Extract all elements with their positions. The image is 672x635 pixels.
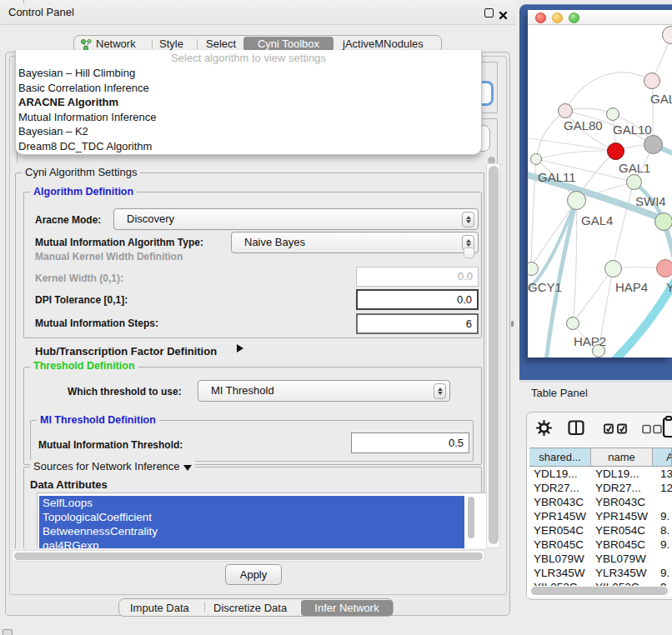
table-row[interactable]: YDL19...YDL19...13 xyxy=(529,467,672,481)
network-node-pink-right[interactable] xyxy=(656,259,672,278)
table-cell: 9. xyxy=(653,509,672,523)
network-node-GAL4[interactable] xyxy=(567,191,586,210)
table-header: shared... name A xyxy=(529,448,672,467)
table-row[interactable]: YPR145WYPR145W9. xyxy=(529,509,672,523)
mi-steps-field[interactable]: 6 xyxy=(356,313,479,334)
node-label: GAL7 xyxy=(650,92,672,106)
apply-button[interactable]: Apply xyxy=(225,564,282,585)
table-cell: YBR045C xyxy=(529,538,591,552)
aracne-mode-value: Discovery xyxy=(127,212,174,225)
tab-cyni-toolbox[interactable]: Cyni Toolbox xyxy=(243,37,333,51)
attributes-scrollbar[interactable] xyxy=(468,497,476,540)
sources-title[interactable]: Sources for Network Inference xyxy=(30,460,195,472)
network-node-gray-node[interactable] xyxy=(644,135,663,154)
node-label: SWI4 xyxy=(635,194,666,208)
close-icon[interactable] xyxy=(499,8,508,18)
mi-type-combobox[interactable]: Naive Bayes xyxy=(231,232,479,253)
algorithm-option[interactable]: Bayesian – Hill Climbing xyxy=(16,66,481,81)
select-all-icon[interactable] xyxy=(604,422,629,434)
tab-discretize-data[interactable]: Discretize Data xyxy=(213,600,287,616)
table-cell: YIL052C xyxy=(591,580,653,586)
manual-kernel-checkbox[interactable] xyxy=(464,248,474,258)
hub-definition-label[interactable]: Hub/Transcription Factor Definition xyxy=(35,345,217,358)
titlebar-notch xyxy=(23,0,24,3)
table-row[interactable]: YBL079WYBL079W xyxy=(529,552,672,566)
network-node-SWI4[interactable] xyxy=(654,212,672,231)
node-label: GAL80 xyxy=(564,118,603,132)
algorithm-option[interactable]: Mutual Information Inference xyxy=(16,110,481,125)
manual-kernel-label: Manual Kernel Width Definition xyxy=(35,251,183,262)
table-cell: YLR345W xyxy=(529,566,591,580)
settings-vertical-scrollbar[interactable] xyxy=(486,163,500,548)
network-node-selected-red[interactable] xyxy=(607,142,624,160)
stepper-icon[interactable] xyxy=(462,212,474,228)
network-node-GAL80[interactable] xyxy=(558,103,573,118)
table-cell: YER054C xyxy=(591,523,653,538)
settings-horizontal-scrollbar[interactable] xyxy=(12,550,485,562)
table-row[interactable]: YBR045CYBR045C9. xyxy=(529,538,672,552)
table-row[interactable]: YDR27...YDR27...12 xyxy=(529,481,672,495)
table-cell: YBL079W xyxy=(529,552,591,566)
table-cell: 12 xyxy=(653,481,672,495)
network-node-HAP2[interactable] xyxy=(566,317,579,330)
network-node-GAL11[interactable] xyxy=(530,153,542,165)
network-node-HAP4[interactable] xyxy=(604,260,622,278)
deselect-all-icon[interactable] xyxy=(642,424,662,434)
stepper-icon[interactable] xyxy=(434,383,446,399)
panel-splitter-handle[interactable] xyxy=(511,321,514,327)
table-row[interactable]: YIL052CYIL052C9. xyxy=(529,580,672,586)
network-node-GCY1[interactable] xyxy=(528,262,539,276)
expand-arrow-icon[interactable] xyxy=(237,344,243,352)
algorithm-option[interactable]: Dream8 DC_TDC Algorithm xyxy=(16,139,481,154)
document-icon[interactable] xyxy=(662,416,672,438)
which-threshold-value: MI Threshold xyxy=(211,384,274,397)
mi-threshold-field[interactable]: 0.5 xyxy=(351,432,469,453)
attribute-list-item[interactable]: SelfLoops xyxy=(39,496,464,510)
table-row[interactable]: YBR043CYBR043C xyxy=(529,495,672,509)
algorithm-option[interactable]: ARACNE Algorithm xyxy=(16,95,481,110)
mac-close-icon[interactable] xyxy=(535,12,546,23)
tab-impute-data[interactable]: Impute Data xyxy=(130,600,189,616)
algorithm-option[interactable]: Bayesian – K2 xyxy=(16,124,481,139)
dpi-tolerance-field[interactable]: 0.0 xyxy=(356,289,479,310)
tab-separator xyxy=(152,39,153,49)
network-canvas[interactable]: GAL7GAL80GAL10GAL11GAL1SWI4GAL4GCY1HAP4Y… xyxy=(528,25,672,358)
kernel-width-field[interactable]: 0.0 xyxy=(356,267,479,287)
network-node-GAL7[interactable] xyxy=(644,72,660,89)
tab-infer-network[interactable]: Infer Network xyxy=(301,600,393,616)
table-cell xyxy=(653,552,672,566)
table-cell: YLR345W xyxy=(591,566,653,580)
mac-zoom-icon[interactable] xyxy=(569,12,579,23)
algorithm-dropdown-list: Bayesian – Hill ClimbingBasic Correlatio… xyxy=(16,66,481,153)
tab-separator xyxy=(204,602,205,612)
algorithm-option[interactable]: Basic Correlation Inference xyxy=(16,81,481,96)
node-label: HAP4 xyxy=(615,280,648,294)
table-cell: YBR043C xyxy=(529,495,591,509)
columns-icon[interactable] xyxy=(568,420,584,436)
attribute-list-item[interactable]: TopologicalCoefficient xyxy=(39,510,464,524)
table-rows: YDL19...YDL19...13YDR27...YDR27...12YBR0… xyxy=(529,467,672,586)
table-row[interactable]: YER054CYER054C8. xyxy=(529,523,672,538)
mi-threshold-title: MI Threshold Definition xyxy=(37,414,159,426)
column-header-name[interactable]: name xyxy=(591,448,653,466)
aracne-mode-combobox[interactable]: Discovery xyxy=(113,208,479,230)
dpi-tolerance-label: DPI Tolerance [0,1]: xyxy=(35,294,128,306)
float-window-icon[interactable] xyxy=(484,8,494,18)
network-node-GAL1[interactable] xyxy=(626,174,642,190)
column-header-partial[interactable]: A xyxy=(653,448,672,466)
table-horizontal-scrollbar[interactable] xyxy=(530,586,670,596)
panel-title: Control Panel xyxy=(8,6,74,18)
mi-steps-label: Mutual Information Steps: xyxy=(35,318,158,329)
network-node-GAL10[interactable] xyxy=(606,108,619,121)
network-window-titlebar[interactable] xyxy=(528,10,672,25)
table-cell: YDR27... xyxy=(591,481,653,495)
gear-icon[interactable] xyxy=(536,420,552,436)
control-panel-titlebar: Control Panel xyxy=(0,0,515,25)
attribute-list-item[interactable]: gal4RGexp xyxy=(39,538,464,548)
which-threshold-combobox[interactable]: MI Threshold xyxy=(198,380,450,402)
dock-corner-icon[interactable] xyxy=(3,629,13,635)
table-row[interactable]: YLR345WYLR345W9. xyxy=(529,566,672,580)
mac-minimize-icon[interactable] xyxy=(552,12,563,23)
attribute-list-item[interactable]: BetweennessCentrality xyxy=(39,524,464,538)
column-header-shared-name[interactable]: shared... xyxy=(529,448,591,466)
